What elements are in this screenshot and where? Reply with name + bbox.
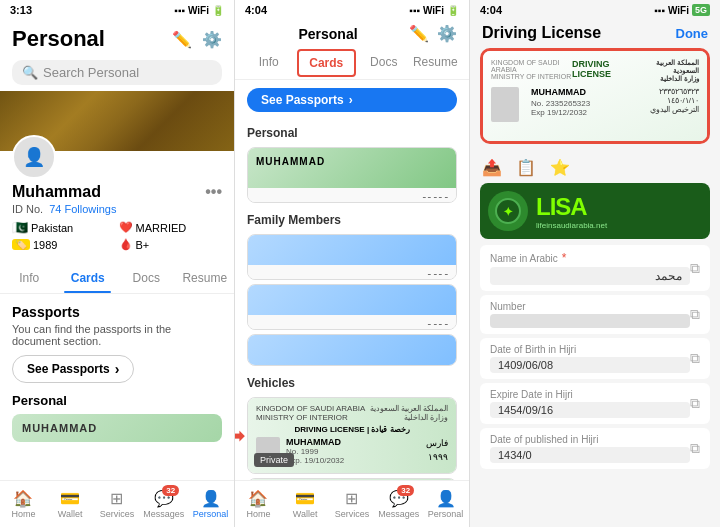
dl-card-image: KINGDOM OF SAUDI ARABIA MINISTRY OF INTE… — [483, 51, 707, 141]
dl-card-display[interactable]: KINGDOM OF SAUDI ARABIA MINISTRY OF INTE… — [480, 48, 710, 144]
dl-card-inner: KINGDOM OF SAUDI ARABIAMINISTRY OF INTER… — [248, 398, 456, 473]
nav2-personal-label: Personal — [428, 509, 464, 519]
nav-personal-label: Personal — [193, 509, 229, 519]
nav2-messages[interactable]: 💬 32 Messages — [375, 485, 422, 523]
tab-cards[interactable]: Cards — [59, 263, 118, 293]
nav2-personal[interactable]: 👤 Personal — [422, 485, 469, 523]
home-icon-2: 🏠 — [248, 489, 268, 508]
status-bar-3: 4:04 ▪▪▪ WiFi 5G — [470, 0, 720, 20]
nav2-services[interactable]: ⊞ Services — [329, 485, 376, 523]
status-icons-1: ▪▪▪ WiFi 🔋 — [174, 5, 224, 16]
dl-card-exp: Exp 19/12/2032 — [531, 108, 590, 117]
personal-card[interactable]: MUHAMMAD — [12, 414, 222, 442]
panel2-content: Personal MUHAMMAD ـ ـ ـ ـ ـ Family Membe… — [235, 120, 469, 480]
tab2-docs[interactable]: Docs — [358, 47, 410, 79]
blood-icon: 🩸 — [119, 238, 133, 251]
see-passports-button[interactable]: See Passports › — [12, 355, 134, 383]
nav-home[interactable]: 🏠 Home — [0, 485, 47, 523]
profile-details: 🇵🇰 Pakistan ❤️ MARRIED 🏷️ 1989 🩸 B+ — [12, 220, 222, 251]
country-detail: 🇵🇰 Pakistan — [12, 220, 116, 235]
field-dob-hijri: Date of Birth in Hijri 1409/06/08 ⧉ — [480, 338, 710, 379]
tab-docs[interactable]: Docs — [117, 263, 176, 293]
dl-card-type: DRIVING LICENSE — [572, 59, 639, 83]
dl-arabic-ministry2: وزارة الداخلية — [639, 75, 699, 83]
see-passports-button-2[interactable]: See Passports › — [247, 88, 457, 112]
signal-icon: ▪▪▪ — [174, 5, 185, 16]
passports-title: Passports — [12, 304, 222, 320]
status-detail: ❤️ MARRIED — [119, 220, 223, 235]
nav-wallet[interactable]: 💳 Wallet — [47, 485, 94, 523]
country-label: Pakistan — [31, 222, 73, 234]
nav-personal[interactable]: 👤 Personal — [187, 485, 234, 523]
tab2-resume[interactable]: Resume — [410, 47, 462, 79]
copy-icon-5[interactable]: ⧉ — [690, 440, 700, 457]
panel-personal-profile: 3:13 ▪▪▪ WiFi 🔋 Personal ✏️ ⚙️ 🔍 Search … — [0, 0, 235, 527]
nav2-home[interactable]: 🏠 Home — [235, 485, 282, 523]
nav-services[interactable]: ⊞ Services — [94, 485, 141, 523]
dl-name: MUHAMMAD — [286, 437, 344, 447]
family-card-3[interactable] — [247, 334, 457, 366]
personal-icon-2: 👤 — [436, 489, 456, 508]
driving-license-card[interactable]: KINGDOM OF SAUDI ARABIAMINISTRY OF INTER… — [247, 397, 457, 474]
dl-type: DRIVING LICENSE | رخصة قيادة — [256, 425, 448, 434]
personal-section: Personal MUHAMMAD — [12, 393, 222, 442]
edit-icon[interactable]: ✏️ — [172, 30, 192, 49]
see-passports-label: See Passports — [27, 362, 110, 376]
family-card-1[interactable]: ـ ـ ـ ـ — [247, 234, 457, 280]
nav2-wallet[interactable]: 💳 Wallet — [282, 485, 329, 523]
time-3: 4:04 — [480, 4, 502, 16]
battery-icon: 🔋 — [212, 5, 224, 16]
nav-messages[interactable]: 💬 32 Messages — [140, 485, 187, 523]
copy-icon-1[interactable]: ⧉ — [690, 260, 700, 277]
nav-home-label: Home — [11, 509, 35, 519]
family-card-2-inner — [248, 285, 456, 315]
edit-icon-2[interactable]: ✏️ — [409, 24, 429, 43]
tab-resume[interactable]: Resume — [176, 263, 235, 293]
copy-icon-3[interactable]: ⧉ — [690, 350, 700, 367]
panel2-header-icons: ✏️ ⚙️ — [409, 24, 457, 43]
year-detail: 🏷️ 1989 — [12, 238, 116, 251]
time-2: 4:04 — [245, 4, 267, 16]
profile-info: Muhammad ••• ID No. 74 Followings 🇵🇰 Pak… — [12, 183, 222, 251]
personal-card-preview[interactable]: MUHAMMAD ـ ـ ـ ـ ـ — [247, 147, 457, 203]
dl-ministry: MINISTRY OF INTERIOR — [491, 73, 572, 80]
done-button[interactable]: Done — [676, 26, 709, 41]
copy-icon-action[interactable]: 📋 — [516, 158, 536, 177]
field-number-value — [490, 314, 690, 328]
star-icon[interactable]: ⭐ — [550, 158, 570, 177]
tab2-info[interactable]: Info — [243, 47, 295, 79]
field-expire-hijri-value: 1454/09/16 — [490, 402, 690, 418]
dl-card-left-header: KINGDOM OF SAUDI ARABIA MINISTRY OF INTE… — [491, 59, 572, 83]
lisa-logo-section: ✦ LISA lifeinsaudiarabia.net — [480, 183, 710, 239]
search-bar[interactable]: 🔍 Search Personal — [12, 60, 222, 85]
driving-license-card-2[interactable]: المملكة العربية السعودية | DRIVING LICEN… — [247, 478, 457, 480]
settings-icon[interactable]: ⚙️ — [202, 30, 222, 49]
year-label: 1989 — [33, 239, 57, 251]
copy-icon-4[interactable]: ⧉ — [690, 395, 700, 412]
bottom-nav-1: 🏠 Home 💳 Wallet ⊞ Services 💬 32 Messages… — [0, 480, 234, 527]
field-name-arabic-col: Name in Arabic * محمد — [490, 251, 690, 285]
copy-icon-2[interactable]: ⧉ — [690, 306, 700, 323]
battery-icon-2: 🔋 — [447, 5, 459, 16]
field-dob-hijri-value: 1409/06/08 — [490, 357, 690, 373]
family-section-header: Family Members — [235, 207, 469, 230]
more-icon[interactable]: ••• — [205, 183, 222, 201]
tabs-2: Info Cards Docs Resume — [235, 47, 469, 80]
settings-icon-2[interactable]: ⚙️ — [437, 24, 457, 43]
tab-info[interactable]: Info — [0, 263, 59, 293]
personal-card-arabic: ـ ـ ـ ـ ـ — [248, 188, 456, 202]
panel2-header: Personal ✏️ ⚙️ — [235, 20, 469, 47]
profile-followings: 74 Followings — [49, 203, 116, 215]
upload-icon[interactable]: 📤 — [482, 158, 502, 177]
dl-card-body: MUHAMMAD No. 2335265323 Exp 19/12/2032 ٢… — [491, 87, 699, 122]
dl-text-info: MUHAMMAD No. 1999 Exp. 19/10/2032 — [286, 437, 344, 467]
field-published-hijri: Date of published in Hijri 1434/0 ⧉ — [480, 428, 710, 469]
arrow-vehicles-icon: ➡ — [235, 423, 245, 449]
header-icons: ✏️ ⚙️ — [172, 30, 222, 49]
tab2-cards[interactable]: Cards — [297, 49, 357, 77]
status-bar-1: 3:13 ▪▪▪ WiFi 🔋 — [0, 0, 234, 20]
family-card-2[interactable]: ـ ـ ـ ـ — [247, 284, 457, 330]
field-published-hijri-value: 1434/0 — [490, 447, 690, 463]
nav-wallet-label: Wallet — [58, 509, 83, 519]
dl-card-no: No. 2335265323 — [531, 99, 590, 108]
